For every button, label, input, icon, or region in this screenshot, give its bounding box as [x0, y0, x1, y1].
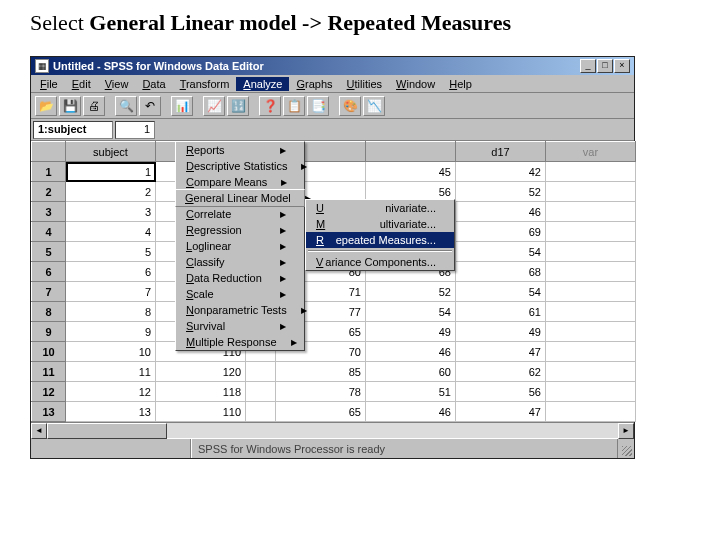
cell-empty[interactable] — [546, 362, 636, 382]
menu-analyze[interactable]: Analyze — [236, 77, 289, 91]
menu-item-nonparametric-tests[interactable]: Nonparametric Tests▶ — [176, 302, 304, 318]
submenu-item-variance-components-[interactable]: Variance Components... — [306, 254, 454, 270]
cell[interactable]: 6 — [66, 262, 156, 282]
cell-empty[interactable] — [546, 302, 636, 322]
cell[interactable]: 11 — [66, 362, 156, 382]
cell[interactable]: 13 — [66, 402, 156, 422]
menu-item-survival[interactable]: Survival▶ — [176, 318, 304, 334]
toolbar-button-9[interactable]: 📈 — [203, 96, 225, 116]
scroll-right-button[interactable]: ► — [618, 423, 634, 439]
cell[interactable]: 110 — [156, 402, 246, 422]
scroll-left-button[interactable]: ◄ — [31, 423, 47, 439]
cell[interactable]: 9 — [66, 322, 156, 342]
row-header[interactable]: 9 — [32, 322, 66, 342]
cell[interactable]: 47 — [456, 402, 546, 422]
cell[interactable] — [246, 362, 276, 382]
cell[interactable]: 54 — [366, 302, 456, 322]
menu-file[interactable]: File — [33, 77, 65, 91]
cell-empty[interactable] — [546, 282, 636, 302]
resize-grip[interactable] — [618, 439, 634, 458]
menu-data[interactable]: Data — [135, 77, 172, 91]
cell[interactable]: 54 — [456, 282, 546, 302]
menu-view[interactable]: View — [98, 77, 136, 91]
menu-item-scale[interactable]: Scale▶ — [176, 286, 304, 302]
row-header[interactable]: 8 — [32, 302, 66, 322]
toolbar-button-1[interactable]: 💾 — [59, 96, 81, 116]
row-header[interactable]: 4 — [32, 222, 66, 242]
cell[interactable]: 65 — [276, 402, 366, 422]
cell[interactable]: 4 — [66, 222, 156, 242]
row-header[interactable]: 1 — [32, 162, 66, 182]
cell[interactable]: 46 — [456, 202, 546, 222]
menu-item-multiple-response[interactable]: Multiple Response▶ — [176, 334, 304, 350]
menu-item-loglinear[interactable]: Loglinear▶ — [176, 238, 304, 254]
grid-corner[interactable] — [32, 142, 66, 162]
cell[interactable]: 62 — [456, 362, 546, 382]
row-header[interactable]: 2 — [32, 182, 66, 202]
column-var[interactable]: var — [546, 142, 636, 162]
menu-item-descriptive-statistics[interactable]: Descriptive Statistics▶ — [176, 158, 304, 174]
menu-item-compare-means[interactable]: Compare Means▶ — [176, 174, 304, 190]
row-header[interactable]: 11 — [32, 362, 66, 382]
toolbar-button-7[interactable]: 📊 — [171, 96, 193, 116]
cell[interactable]: 5 — [66, 242, 156, 262]
cell-empty[interactable] — [546, 162, 636, 182]
column-subject[interactable]: subject — [66, 142, 156, 162]
toolbar-button-0[interactable]: 📂 — [35, 96, 57, 116]
row-header[interactable]: 10 — [32, 342, 66, 362]
row-header[interactable]: 3 — [32, 202, 66, 222]
cell[interactable]: 42 — [456, 162, 546, 182]
menu-item-correlate[interactable]: Correlate▶ — [176, 206, 304, 222]
cell[interactable]: 68 — [456, 262, 546, 282]
toolbar-button-5[interactable]: ↶ — [139, 96, 161, 116]
toolbar-button-2[interactable]: 🖨 — [83, 96, 105, 116]
column-d17[interactable]: d17 — [456, 142, 546, 162]
toolbar-button-14[interactable]: 📑 — [307, 96, 329, 116]
cell[interactable]: 60 — [366, 362, 456, 382]
cell[interactable]: 118 — [156, 382, 246, 402]
cell[interactable]: 1 — [66, 162, 156, 182]
scroll-track[interactable] — [167, 423, 618, 438]
cell[interactable] — [246, 382, 276, 402]
submenu-item-univariate-[interactable]: Univariate... — [306, 200, 454, 216]
titlebar[interactable]: ▦ Untitled - SPSS for Windows Data Edito… — [31, 57, 634, 75]
cell[interactable]: 61 — [456, 302, 546, 322]
toolbar-button-16[interactable]: 🎨 — [339, 96, 361, 116]
cell[interactable]: 46 — [366, 402, 456, 422]
cell[interactable]: 49 — [456, 322, 546, 342]
analyze-menu[interactable]: Reports▶Descriptive Statistics▶Compare M… — [175, 141, 305, 351]
toolbar-button-13[interactable]: 📋 — [283, 96, 305, 116]
cell[interactable]: 78 — [276, 382, 366, 402]
cell[interactable]: 56 — [456, 382, 546, 402]
cell[interactable]: 2 — [66, 182, 156, 202]
maximize-button[interactable]: □ — [597, 59, 613, 73]
cell[interactable]: 7 — [66, 282, 156, 302]
toolbar-button-17[interactable]: 📉 — [363, 96, 385, 116]
cell[interactable]: 69 — [456, 222, 546, 242]
scroll-thumb[interactable] — [47, 423, 167, 439]
cell[interactable]: 51 — [366, 382, 456, 402]
cell[interactable]: 12 — [66, 382, 156, 402]
cell-empty[interactable] — [546, 402, 636, 422]
cell[interactable]: 85 — [276, 362, 366, 382]
cell[interactable]: 46 — [366, 342, 456, 362]
cell-empty[interactable] — [546, 322, 636, 342]
row-header[interactable]: 13 — [32, 402, 66, 422]
cell-empty[interactable] — [546, 342, 636, 362]
close-button[interactable]: × — [614, 59, 630, 73]
cell[interactable]: 52 — [366, 282, 456, 302]
menu-help[interactable]: Help — [442, 77, 479, 91]
toolbar-button-10[interactable]: 🔢 — [227, 96, 249, 116]
toolbar-button-4[interactable]: 🔍 — [115, 96, 137, 116]
menu-item-general-linear-model[interactable]: General Linear Model▶ — [175, 189, 305, 207]
cell[interactable]: 45 — [366, 162, 456, 182]
row-header[interactable]: 6 — [32, 262, 66, 282]
horizontal-scrollbar[interactable]: ◄ ► — [31, 422, 634, 438]
cell-empty[interactable] — [546, 202, 636, 222]
menu-transform[interactable]: Transform — [173, 77, 237, 91]
menu-item-classify[interactable]: Classify▶ — [176, 254, 304, 270]
toolbar-button-12[interactable]: ❓ — [259, 96, 281, 116]
cell[interactable]: 10 — [66, 342, 156, 362]
row-header[interactable]: 7 — [32, 282, 66, 302]
cell-empty[interactable] — [546, 262, 636, 282]
